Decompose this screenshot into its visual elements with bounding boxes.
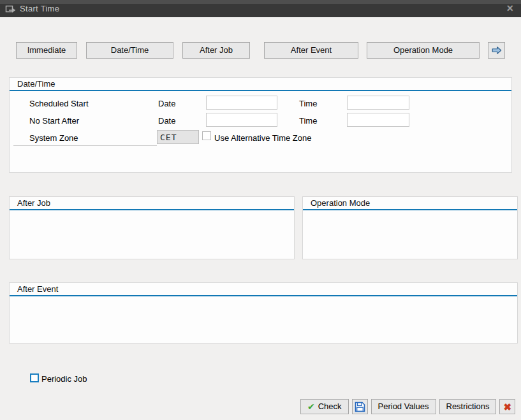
- after-event-section: After Event: [9, 282, 518, 344]
- operation-mode-button[interactable]: Operation Mode: [367, 42, 480, 59]
- start-time-dialog: Start Time × Immediate Date/Time After J…: [0, 0, 521, 420]
- use-alt-time-zone-checkbox[interactable]: [202, 131, 211, 140]
- dialog-window-icon: [5, 4, 16, 14]
- check-icon: ✔: [307, 402, 315, 411]
- no-start-after-date-label: Date: [158, 116, 175, 126]
- immediate-button[interactable]: Immediate: [16, 42, 77, 59]
- restrictions-button-label: Restrictions: [446, 400, 490, 414]
- periodic-job-checkbox[interactable]: [30, 373, 39, 382]
- period-values-button[interactable]: Period Values: [371, 399, 436, 414]
- no-start-after-date-input[interactable]: [206, 113, 277, 127]
- no-start-after-time-label: Time: [299, 116, 317, 126]
- check-button-label: Check: [318, 400, 342, 414]
- close-icon[interactable]: ×: [506, 2, 513, 15]
- system-zone-value-field: [157, 130, 199, 144]
- periodic-job-label: Periodic Job: [41, 374, 87, 384]
- restrictions-button[interactable]: Restrictions: [439, 399, 497, 414]
- system-zone-label: System Zone: [29, 133, 78, 143]
- check-button[interactable]: ✔ Check: [300, 399, 349, 414]
- no-start-after-label: No Start After: [29, 116, 79, 126]
- after-job-button[interactable]: After Job: [182, 42, 250, 59]
- after-event-section-title: After Event: [10, 283, 517, 296]
- use-alt-time-zone-label: Use Alternative Time Zone: [214, 133, 311, 143]
- date-time-section: Date/Time Scheduled Start Date Time No S…: [9, 77, 512, 173]
- window-title: Start Time: [20, 4, 59, 13]
- scheduled-start-time-input[interactable]: [347, 96, 409, 110]
- scheduled-start-label: Scheduled Start: [29, 99, 89, 108]
- operation-mode-section-title: Operation Mode: [303, 197, 517, 210]
- period-values-button-label: Period Values: [378, 400, 429, 414]
- operation-mode-section: Operation Mode: [302, 196, 518, 259]
- save-button[interactable]: [352, 399, 368, 414]
- save-icon: [355, 402, 365, 412]
- date-time-button[interactable]: Date/Time: [86, 42, 173, 59]
- cancel-button[interactable]: ✖: [499, 399, 515, 414]
- date-time-section-title: Date/Time: [10, 78, 511, 91]
- no-start-after-time-input[interactable]: [347, 113, 409, 127]
- after-job-section: After Job: [9, 196, 295, 259]
- after-job-section-title: After Job: [10, 197, 294, 210]
- right-arrow-icon: [491, 45, 503, 55]
- cancel-icon: ✖: [503, 402, 511, 412]
- titlebar: Start Time ×: [0, 0, 521, 17]
- after-event-button[interactable]: After Event: [264, 42, 358, 59]
- scheduled-start-date-label: Date: [158, 99, 175, 108]
- proceed-button[interactable]: [488, 42, 505, 59]
- footer-toolbar: ✔ Check Period Values Restrictions ✖: [300, 399, 515, 414]
- label-underline: [13, 145, 157, 146]
- scheduled-start-date-input[interactable]: [206, 96, 277, 110]
- scheduled-start-time-label: Time: [299, 99, 317, 108]
